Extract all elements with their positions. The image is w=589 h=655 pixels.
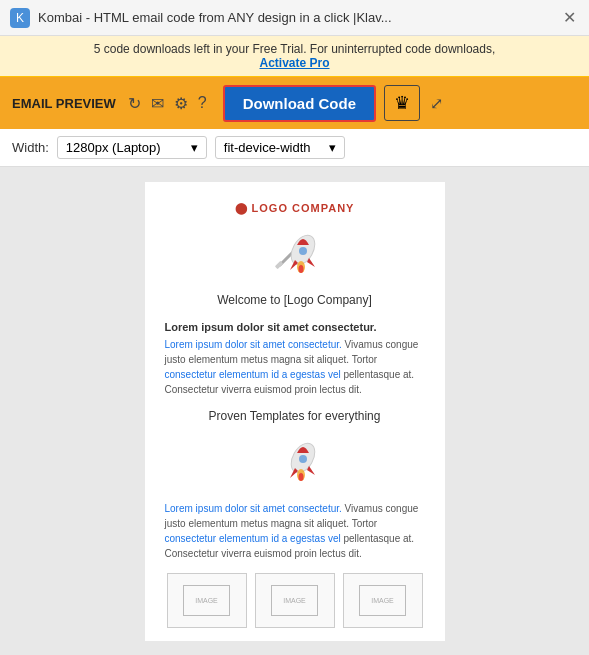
svg-point-9 — [299, 455, 307, 463]
svg-point-5 — [299, 247, 307, 255]
expand-icon[interactable]: ⤢ — [430, 94, 443, 113]
image-label-1: IMAGE — [195, 597, 218, 604]
width-value: 1280px (Laptop) — [66, 140, 161, 155]
download-code-button[interactable]: Download Code — [223, 85, 376, 122]
email-content: ⬤ LOGO COMPANY Welco — [145, 182, 445, 641]
svg-point-8 — [298, 473, 303, 481]
crown-icon: ♛ — [394, 92, 410, 114]
settings-icon[interactable]: ⚙ — [174, 94, 188, 113]
image-label-3: IMAGE — [371, 597, 394, 604]
toolbar-icons: ↻ ✉ ⚙ ? — [128, 94, 207, 113]
email-logo: ⬤ LOGO COMPANY — [165, 202, 425, 215]
title-bar: K Kombai - HTML email code from ANY desi… — [0, 0, 589, 36]
trial-banner: 5 code downloads left in your Free Trial… — [0, 36, 589, 77]
welcome-text: Welcome to [Logo Company] — [165, 293, 425, 307]
lorem-link-1[interactable]: Lorem ipsum dolor sit amet consectetur. — [165, 339, 342, 350]
fit-dropdown[interactable]: fit-device-width ▾ — [215, 136, 345, 159]
width-chevron: ▾ — [191, 140, 198, 155]
image-placeholder-inner-1: IMAGE — [183, 585, 230, 617]
title-bar-left: K Kombai - HTML email code from ANY desi… — [10, 8, 392, 28]
send-icon[interactable]: ✉ — [151, 94, 164, 113]
refresh-icon[interactable]: ↻ — [128, 94, 141, 113]
help-icon[interactable]: ? — [198, 94, 207, 112]
image-label-2: IMAGE — [283, 597, 306, 604]
section-bold: Lorem ipsum dolor sit amet consectetur. — [165, 321, 425, 333]
crown-button[interactable]: ♛ — [384, 85, 420, 121]
image-row: IMAGE IMAGE IMAGE — [165, 573, 425, 628]
image-placeholder-inner-2: IMAGE — [271, 585, 318, 617]
preview-area: ⬤ LOGO COMPANY Welco — [0, 167, 589, 655]
lorem-link-3[interactable]: Lorem ipsum dolor sit amet consectetur. — [165, 503, 342, 514]
activate-pro-link[interactable]: Activate Pro — [259, 56, 329, 70]
lorem-text-2: Lorem ipsum dolor sit amet consectetur. … — [165, 501, 425, 561]
toolbar: EMAIL PREVIEW ↻ ✉ ⚙ ? Download Code ♛ ⤢ — [0, 77, 589, 129]
width-dropdown[interactable]: 1280px (Laptop) ▾ — [57, 136, 207, 159]
rocket-image — [165, 225, 425, 285]
image-placeholder-inner-3: IMAGE — [359, 585, 406, 617]
width-label: Width: — [12, 140, 49, 155]
rocket-image-2 — [165, 433, 425, 493]
fit-value: fit-device-width — [224, 140, 311, 155]
image-placeholder-3: IMAGE — [343, 573, 423, 628]
trial-message: 5 code downloads left in your Free Trial… — [94, 42, 496, 56]
image-placeholder-1: IMAGE — [167, 573, 247, 628]
lorem-link-2[interactable]: consectetur elementum id a egestas vel — [165, 369, 341, 380]
width-bar: Width: 1280px (Laptop) ▾ fit-device-widt… — [0, 129, 589, 167]
svg-point-4 — [298, 265, 303, 273]
toolbar-label: EMAIL PREVIEW — [12, 96, 116, 111]
window-title: Kombai - HTML email code from ANY design… — [38, 10, 392, 25]
app-icon: K — [10, 8, 30, 28]
logo-text: ⬤ LOGO COMPANY — [235, 202, 355, 214]
lorem-text-1: Lorem ipsum dolor sit amet consectetur. … — [165, 337, 425, 397]
lorem-link-4[interactable]: consectetur elementum id a egestas vel — [165, 533, 341, 544]
fit-chevron: ▾ — [329, 140, 336, 155]
proven-text: Proven Templates for everything — [165, 409, 425, 423]
image-placeholder-2: IMAGE — [255, 573, 335, 628]
close-button[interactable]: ✕ — [559, 8, 579, 28]
